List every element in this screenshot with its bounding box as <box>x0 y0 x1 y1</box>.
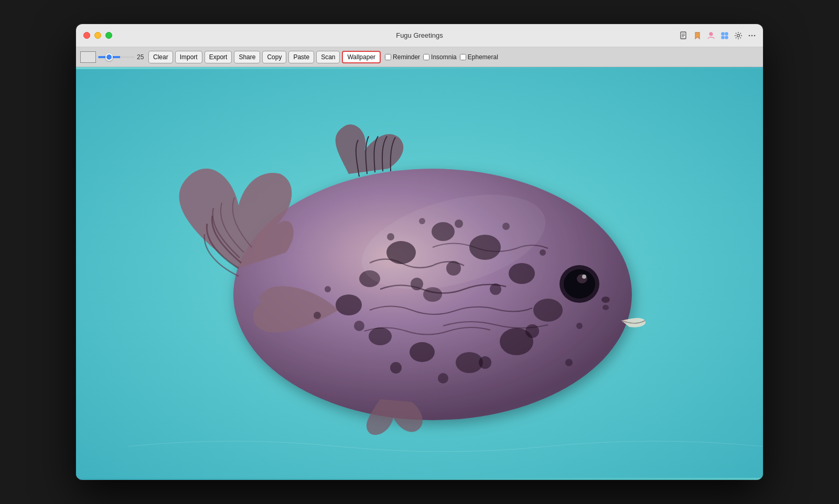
insomnia-checkbox-item[interactable]: Insomnia <box>423 53 457 61</box>
window-title: Fugu Greetings <box>396 31 443 39</box>
insomnia-checkbox[interactable] <box>423 54 429 60</box>
app-window: Fugu Greetings <box>76 24 763 480</box>
svg-point-42 <box>565 359 573 366</box>
reminder-checkbox-item[interactable]: Reminder <box>385 53 420 61</box>
svg-point-48 <box>582 275 586 279</box>
svg-point-30 <box>525 324 539 338</box>
svg-point-23 <box>369 327 392 345</box>
copy-button[interactable]: Copy <box>262 51 286 63</box>
export-button[interactable]: Export <box>205 51 232 63</box>
reminder-label: Reminder <box>393 53 420 61</box>
svg-point-44 <box>314 312 321 319</box>
titlebar: Fugu Greetings <box>76 24 763 47</box>
fish-scene <box>76 67 763 480</box>
svg-point-31 <box>479 356 491 369</box>
minimize-button[interactable] <box>94 32 101 39</box>
svg-point-49 <box>601 297 610 303</box>
color-swatch[interactable] <box>80 51 96 63</box>
person-icon[interactable] <box>706 31 716 40</box>
slider-container: 25 <box>98 53 146 61</box>
brush-size-slider[interactable] <box>98 56 135 58</box>
svg-rect-8 <box>725 36 728 39</box>
svg-point-4 <box>709 32 713 36</box>
scan-button[interactable]: Scan <box>316 51 340 63</box>
gear-icon[interactable] <box>734 31 743 40</box>
import-button[interactable]: Import <box>175 51 202 63</box>
ellipsis-icon[interactable] <box>747 31 757 40</box>
svg-point-46 <box>564 269 595 299</box>
window-controls-right <box>679 31 757 40</box>
svg-rect-6 <box>725 32 728 35</box>
close-button[interactable] <box>83 32 90 39</box>
svg-point-41 <box>576 323 583 329</box>
ephemeral-checkbox[interactable] <box>460 54 466 60</box>
wallpaper-button[interactable]: Wallpaper <box>342 51 381 63</box>
maximize-button[interactable] <box>105 32 112 39</box>
ephemeral-label: Ephemeral <box>468 53 498 61</box>
svg-point-34 <box>354 321 364 331</box>
svg-point-43 <box>325 286 331 292</box>
svg-rect-5 <box>722 32 724 35</box>
share-button[interactable]: Share <box>234 51 260 63</box>
reminder-checkbox[interactable] <box>385 54 391 60</box>
svg-point-10 <box>749 35 750 36</box>
svg-point-11 <box>751 35 753 36</box>
ephemeral-checkbox-item[interactable]: Ephemeral <box>460 53 498 61</box>
svg-point-19 <box>533 299 563 322</box>
clear-button[interactable]: Clear <box>148 51 173 63</box>
canvas-area[interactable] <box>76 67 763 480</box>
svg-point-33 <box>390 362 402 374</box>
svg-point-24 <box>336 294 362 315</box>
svg-point-39 <box>540 249 546 256</box>
svg-point-50 <box>603 305 609 310</box>
svg-point-9 <box>737 34 740 37</box>
traffic-lights <box>83 32 112 39</box>
insomnia-label: Insomnia <box>431 53 457 61</box>
puzzle-icon[interactable] <box>720 31 729 40</box>
toolbar: 25 Clear Import Export Share Copy Paste … <box>76 47 763 67</box>
slider-value: 25 <box>137 53 146 61</box>
bookmark-icon[interactable] <box>693 31 702 40</box>
svg-point-12 <box>754 35 756 36</box>
svg-point-18 <box>509 263 535 284</box>
svg-point-32 <box>438 373 448 384</box>
fish-illustration <box>76 67 763 480</box>
file-icon[interactable] <box>679 31 689 40</box>
checkbox-group: Reminder Insomnia Ephemeral <box>385 53 498 61</box>
svg-point-26 <box>423 287 442 302</box>
svg-rect-7 <box>722 36 724 39</box>
svg-point-22 <box>410 342 435 362</box>
paste-button[interactable]: Paste <box>288 51 314 63</box>
